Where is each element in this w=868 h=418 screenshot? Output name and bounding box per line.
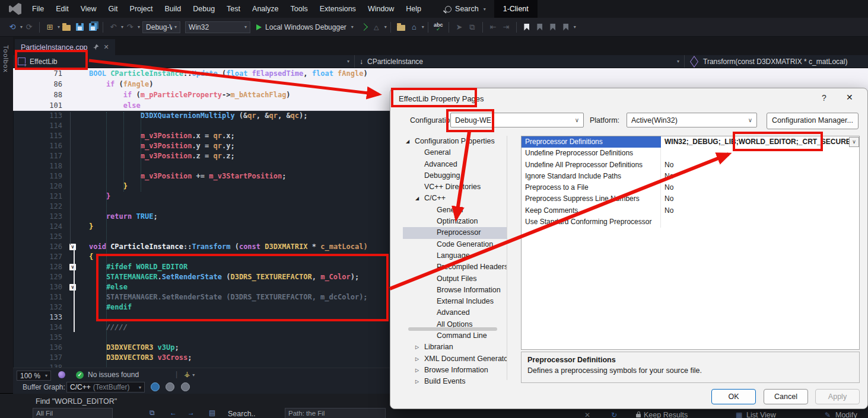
chevron-down-icon[interactable]: ▾ [422,24,424,30]
help-button[interactable]: ? [822,93,826,103]
menu-project[interactable]: Project [124,0,159,18]
find-in-files-icon[interactable] [396,22,406,33]
close-icon[interactable]: ✕ [104,43,109,51]
property-value[interactable]: No [661,182,859,193]
tree-expanded-icon[interactable]: ◢ [415,193,419,204]
menu-view[interactable]: View [75,0,103,18]
configuration-manager-button[interactable]: Configuration Manager... [767,113,859,129]
search-control[interactable]: Search ▾ [445,5,486,13]
navigate-back-icon[interactable]: ⟲ [7,22,18,33]
tree-item-vc-directories[interactable]: VC++ Directories [403,181,507,193]
modify-find-label[interactable]: Modify Find... [835,411,868,418]
group-results-icon[interactable]: ▤ [209,409,215,417]
nav-type-dropdown[interactable]: ↓ CParticleInstance ▾ [355,55,684,68]
clear-icon[interactable]: ✕ [584,411,590,418]
bookmark-window-icon[interactable] [561,22,571,33]
property-value[interactable]: No [661,159,859,171]
tree-item-configuration-properties[interactable]: ◢Configuration Properties [403,136,507,147]
start-debugging-button[interactable]: Local Windows Debugger ▾ [256,23,354,31]
search-again-label[interactable]: Search.. [228,410,256,418]
tree-item-external-includes[interactable]: External Includes [403,296,507,307]
menu-test[interactable]: Test [221,0,246,18]
menu-tools[interactable]: Tools [285,0,314,18]
tree-collapsed-icon[interactable]: ▷ [415,365,419,376]
tree-expanded-icon[interactable]: ◢ [406,136,409,147]
tree-item-browse-information[interactable]: Browse Information [403,285,507,296]
fold-collapse-icon[interactable]: v [69,284,76,291]
toolbox-tab[interactable]: Toolbox [0,37,14,393]
code-line-71[interactable]: 71BOOL CParticleInstance::Update (float … [13,68,868,79]
increase-indent-icon[interactable]: ⇥ [501,22,511,33]
menu-git[interactable]: Git [103,0,124,18]
tree-item-build-events[interactable]: ▷Build Events [403,376,507,387]
keep-results-label[interactable]: Keep Results [644,411,688,418]
tree-item-xml-document-generator[interactable]: ▷XML Document Generator [403,353,507,365]
chevron-down-icon[interactable]: ▾ [20,24,23,30]
platform-dropdown[interactable]: Active(Win32)∨ [627,113,757,127]
grid-row-preprocessor-definitions[interactable]: Preprocessor DefinitionsWIN32;_DEBUG;_LI… [522,136,859,148]
issues-indicator[interactable]: ✓ No issues found [76,371,139,379]
menu-window[interactable]: Window [362,0,400,18]
hot-reload-icon[interactable]: 🜂 [371,22,382,33]
close-button[interactable]: ✕ [846,92,853,102]
decrease-indent-icon[interactable]: ⇤ [488,22,498,33]
tree-item-c-c[interactable]: ◢C/C++ [403,193,507,204]
menu-edit[interactable]: Edit [50,0,75,18]
grid-row-keep-comments[interactable]: Keep CommentsNo [522,205,859,216]
tree-item-optimization[interactable]: Optimization [403,216,507,227]
cancel-button[interactable]: Cancel [764,389,808,404]
tree-collapsed-icon[interactable]: ▷ [415,342,419,353]
code-cleanup-icon[interactable]: ⚶▾ [184,370,195,378]
tree-item-general[interactable]: General [403,147,507,158]
spell-check-icon[interactable]: abc✓ [433,22,444,33]
save-icon[interactable] [74,22,85,33]
property-value[interactable] [661,216,859,228]
buffer-pages-icon[interactable] [166,382,174,391]
new-project-icon[interactable]: ⊞ [44,22,55,33]
select-pointer-icon[interactable]: ➤ [454,22,465,33]
client-badge[interactable]: 1-Client [494,0,538,18]
find-scope-dropdown[interactable]: All Fil [33,408,113,418]
tree-item-preprocessor[interactable]: Preprocessor [403,227,507,238]
pin-icon[interactable] [93,44,99,50]
chevron-down-icon[interactable]: ▾ [384,24,387,30]
tree-item-language[interactable]: Language [403,250,507,261]
property-value[interactable] [661,148,859,159]
tree-item-precompiled-headers[interactable]: Precompiled Headers [403,261,507,273]
menu-debug[interactable]: Debug [187,0,221,18]
tree-item-advanced[interactable]: Advanced [403,159,507,170]
grid-row-preprocess-to-a-file[interactable]: Preprocess to a FileNo [522,182,859,193]
tree-item-command-line[interactable]: Command Line [403,330,507,342]
value-dropdown-icon[interactable]: ∨ [849,137,859,147]
nav-project-dropdown[interactable]: EffectLib ▾ [13,55,354,68]
tree-collapsed-icon[interactable]: ▷ [415,376,419,387]
editor-zoom-dropdown[interactable]: 100 %▾ [17,371,51,381]
buffer-graph-dropdown[interactable]: C/C++ (TextBuffer) ▾ [66,382,145,393]
chevron-down-icon[interactable]: ▾ [138,24,140,30]
menu-extensions[interactable]: Extensions [314,0,362,18]
grid-row-undefine-all-preprocessor-definitions[interactable]: Undefine All Preprocessor DefinitionsNo [522,159,859,171]
navigate-forward-icon[interactable]: ⟳ [24,22,34,33]
grid-row-undefine-preprocessor-definitions[interactable]: Undefine Preprocessor Definitions [522,148,859,159]
configuration-dropdown[interactable]: Debug-WE∨ [450,113,584,127]
tree-item-general[interactable]: General [403,205,507,216]
tree-item-browse-information[interactable]: ▷Browse Information [403,365,507,376]
save-all-icon[interactable] [87,22,98,33]
redo-icon[interactable]: ↷ [125,22,135,33]
tree-collapsed-icon[interactable]: ▷ [415,353,419,365]
apply-button[interactable]: Apply [815,389,860,404]
copy-structure-icon[interactable]: ⧉ [467,22,478,33]
buffer-settings-icon[interactable] [181,382,190,391]
chevron-down-icon[interactable]: ▾ [58,24,60,30]
grid-row-ignore-standard-include-paths[interactable]: Ignore Standard Include PathsNo [522,171,859,182]
solution-platform-dropdown[interactable]: Win32▾ [185,21,250,33]
chevron-down-icon[interactable]: ▾ [121,24,123,30]
next-result-icon[interactable]: → [187,409,195,417]
menu-analyze[interactable]: Analyze [246,0,284,18]
property-value[interactable]: No [661,205,859,216]
previous-bookmark-icon[interactable] [535,22,545,33]
property-value[interactable]: No [661,171,859,182]
toggle-bookmark-icon[interactable] [522,22,532,33]
ok-button[interactable]: OK [711,389,756,404]
tree-item-advanced[interactable]: Advanced [403,307,507,318]
